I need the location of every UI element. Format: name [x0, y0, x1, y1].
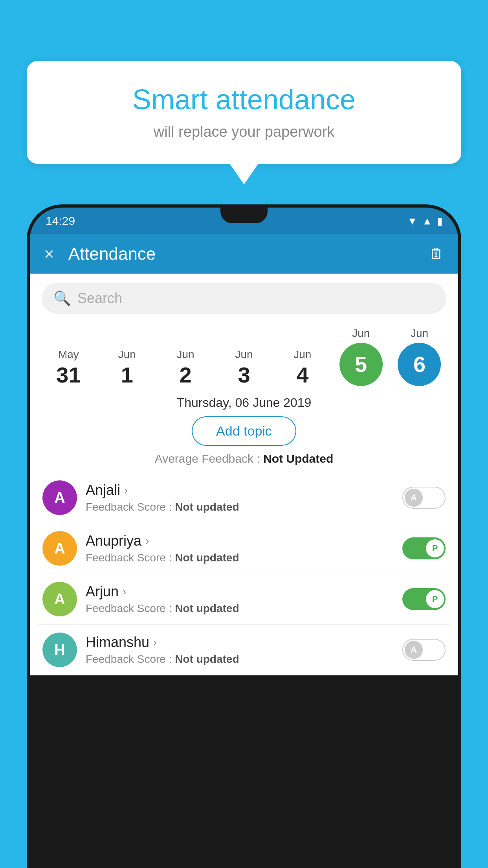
date-selected-green: 5	[339, 343, 383, 386]
attendance-toggle-absent[interactable]: A	[402, 639, 446, 661]
student-name: Arjun ›	[86, 583, 402, 600]
search-input[interactable]: Search	[77, 290, 122, 307]
status-time: 14:29	[46, 214, 75, 228]
battery-icon: ▮	[437, 215, 442, 227]
student-name: Anupriya ›	[86, 533, 402, 549]
attendance-toggle-present[interactable]: P	[402, 537, 446, 559]
feedback-score: Feedback Score : Not updated	[86, 602, 402, 615]
table-row[interactable]: A Anupriya › Feedback Score : Not update…	[38, 523, 450, 574]
student-info: Himanshu › Feedback Score : Not updated	[86, 634, 402, 666]
calendar-icon[interactable]: 🗓	[429, 246, 444, 263]
date-item-jun4[interactable]: Jun 4	[279, 348, 326, 386]
toolbar-title: Attendance	[68, 244, 429, 264]
phone-frame: 14:29 ▼ ▲ ▮ × Attendance 🗓 🔍 Search Ma	[27, 204, 461, 868]
date-item-may31[interactable]: May 31	[45, 348, 92, 386]
date-item-jun1[interactable]: Jun 1	[103, 348, 150, 386]
chevron-right-icon: ›	[145, 535, 149, 547]
chevron-right-icon: ›	[123, 585, 126, 598]
date-strip: May 31 Jun 1 Jun 2 Jun 3 Jun 4	[30, 321, 458, 386]
avatar: A	[42, 480, 77, 515]
avatar: H	[42, 633, 77, 667]
speech-bubble-subtitle: will replace your paperwork	[50, 123, 438, 140]
phone-notch	[220, 208, 268, 223]
add-topic-button[interactable]: Add topic	[192, 416, 296, 446]
chevron-right-icon: ›	[153, 636, 157, 649]
date-item-jun2[interactable]: Jun 2	[162, 348, 209, 386]
date-item-jun5[interactable]: Jun 5	[338, 327, 385, 386]
student-name: Himanshu ›	[86, 634, 402, 651]
toggle-knob: A	[405, 641, 423, 659]
signal-icon: ▲	[422, 215, 432, 227]
speech-bubble: Smart attendance will replace your paper…	[27, 61, 461, 164]
search-icon: 🔍	[53, 290, 71, 307]
chevron-right-icon: ›	[124, 484, 128, 497]
feedback-score: Feedback Score : Not updated	[86, 501, 402, 513]
avatar: A	[42, 582, 77, 616]
screen-content: 🔍 Search May 31 Jun 1 Jun 2 Jun	[30, 274, 458, 675]
date-item-jun6[interactable]: Jun 6	[396, 327, 443, 386]
feedback-score: Feedback Score : Not updated	[86, 653, 402, 666]
table-row[interactable]: A Arjun › Feedback Score : Not updated P	[38, 574, 450, 625]
speech-bubble-title: Smart attendance	[50, 83, 438, 116]
student-info: Arjun › Feedback Score : Not updated	[86, 583, 402, 615]
toggle-knob: P	[426, 590, 444, 608]
feedback-score: Feedback Score : Not updated	[86, 552, 402, 564]
date-selected-blue: 6	[398, 343, 441, 386]
date-item-jun3[interactable]: Jun 3	[220, 348, 268, 386]
status-icons: ▼ ▲ ▮	[407, 215, 442, 227]
phone-inner: 14:29 ▼ ▲ ▮ × Attendance 🗓 🔍 Search Ma	[30, 208, 458, 868]
student-name: Anjali ›	[86, 482, 402, 498]
table-row[interactable]: H Himanshu › Feedback Score : Not update…	[38, 625, 450, 675]
avg-feedback-value: Not Updated	[263, 452, 333, 465]
close-button[interactable]: ×	[44, 244, 54, 264]
search-bar[interactable]: 🔍 Search	[42, 283, 446, 314]
student-list: A Anjali › Feedback Score : Not updated …	[30, 473, 458, 675]
attendance-toggle-absent[interactable]: A	[402, 487, 446, 509]
student-info: Anjali › Feedback Score : Not updated	[86, 482, 402, 513]
wifi-icon: ▼	[407, 215, 418, 227]
speech-bubble-container: Smart attendance will replace your paper…	[27, 61, 461, 184]
speech-bubble-tail	[230, 164, 258, 184]
toggle-knob: P	[426, 539, 444, 557]
table-row[interactable]: A Anjali › Feedback Score : Not updated …	[38, 473, 450, 523]
selected-date-label: Thursday, 06 June 2019	[30, 395, 458, 410]
attendance-toggle-present[interactable]: P	[402, 588, 446, 610]
student-info: Anupriya › Feedback Score : Not updated	[86, 533, 402, 564]
avg-feedback-label: Average Feedback :	[155, 452, 260, 465]
toggle-knob: A	[405, 489, 423, 507]
avg-feedback: Average Feedback : Not Updated	[30, 452, 458, 465]
status-bar: 14:29 ▼ ▲ ▮	[30, 208, 458, 234]
avatar: A	[42, 531, 77, 566]
app-toolbar: × Attendance 🗓	[30, 234, 458, 274]
